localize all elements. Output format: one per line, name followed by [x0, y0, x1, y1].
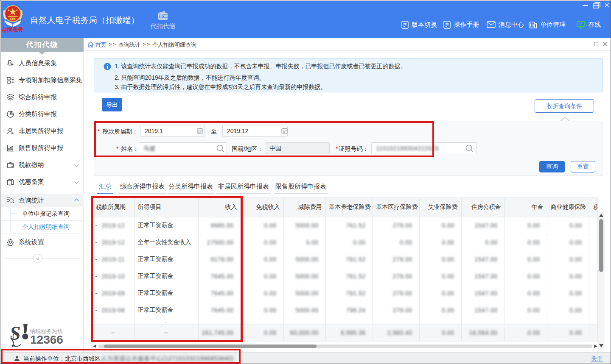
- svg-text:中国税务: 中国税务: [2, 26, 23, 33]
